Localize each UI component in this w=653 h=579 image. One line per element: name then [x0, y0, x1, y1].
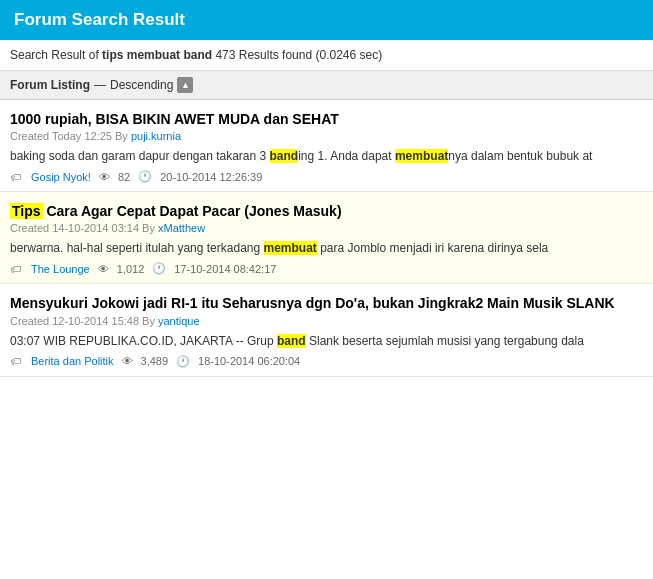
result-snippet-2: berwarna. hal-hal seperti itulah yang te… [10, 239, 643, 257]
search-info-text: Search Result of tips membuat band 473 R… [10, 48, 382, 62]
tag-icon-1: 🏷 [10, 171, 21, 183]
views-count-1: 82 [118, 171, 130, 183]
tag-link-3[interactable]: Berita dan Politik [31, 355, 114, 367]
result-title-3[interactable]: Mensyukuri Jokowi jadi RI-1 itu Seharusn… [10, 294, 643, 312]
listing-sort-bar: Forum Listing — Descending ▲ [0, 71, 653, 100]
result-snippet-3: 03:07 WIB REPUBLIKA.CO.ID, JAKARTA -- Gr… [10, 332, 643, 350]
tag-link-1[interactable]: Gosip Nyok! [31, 171, 91, 183]
result-footer-2: 🏷 The Lounge 👁 1,012 🕐 17-10-2014 08:42:… [10, 262, 643, 275]
highlight-membuat-1: membuat [395, 149, 448, 163]
result-meta-3: Created 12-10-2014 15:48 By yantique [10, 315, 643, 327]
author-link-2[interactable]: xMatthew [158, 222, 205, 234]
result-item-1: 1000 rupiah, BISA BIKIN AWET MUDA dan SE… [0, 100, 653, 192]
result-meta-2: Created 14-10-2014 03:14 By xMatthew [10, 222, 643, 234]
highlight-band-1: band [270, 149, 299, 163]
result-footer-3: 🏷 Berita dan Politik 👁 3,489 🕐 18-10-201… [10, 355, 643, 368]
date-icon-2: 🕐 [152, 262, 166, 275]
tag-icon-3: 🏷 [10, 355, 21, 367]
listing-sort-label: Descending [110, 78, 173, 92]
result-date-1: 20-10-2014 12:26:39 [160, 171, 262, 183]
result-date-2: 17-10-2014 08:42:17 [174, 263, 276, 275]
result-title-2[interactable]: Tips Cara Agar Cepat Dapat Pacar (Jones … [10, 202, 643, 220]
views-icon-1: 👁 [99, 171, 110, 183]
page-header: Forum Search Result [0, 0, 653, 40]
listing-separator: — [94, 78, 106, 92]
date-icon-1: 🕐 [138, 170, 152, 183]
author-link-1[interactable]: puji.kurnia [131, 130, 181, 142]
result-item-3: Mensyukuri Jokowi jadi RI-1 itu Seharusn… [0, 284, 653, 376]
views-count-2: 1,012 [117, 263, 145, 275]
result-title-1[interactable]: 1000 rupiah, BISA BIKIN AWET MUDA dan SE… [10, 110, 643, 128]
result-item-2: Tips Cara Agar Cepat Dapat Pacar (Jones … [0, 192, 653, 284]
author-link-3[interactable]: yantique [158, 315, 200, 327]
search-info-bar: Search Result of tips membuat band 473 R… [0, 40, 653, 71]
highlight-band-3: band [277, 334, 306, 348]
result-snippet-1: baking soda dan garam dapur dengan takar… [10, 147, 643, 165]
result-meta-1: Created Today 12:25 By puji.kurnia [10, 130, 643, 142]
date-icon-3: 🕐 [176, 355, 190, 368]
views-count-3: 3,489 [141, 355, 169, 367]
sort-icon[interactable]: ▲ [177, 77, 193, 93]
views-icon-3: 👁 [122, 355, 133, 367]
listing-label: Forum Listing [10, 78, 90, 92]
page-title: Forum Search Result [14, 10, 185, 29]
result-footer-1: 🏷 Gosip Nyok! 👁 82 🕐 20-10-2014 12:26:39 [10, 170, 643, 183]
tip-highlight: Tips [10, 203, 43, 219]
tag-icon-2: 🏷 [10, 263, 21, 275]
result-date-3: 18-10-2014 06:20:04 [198, 355, 300, 367]
views-icon-2: 👁 [98, 263, 109, 275]
highlight-membuat-2: membuat [264, 241, 317, 255]
tag-link-2[interactable]: The Lounge [31, 263, 90, 275]
